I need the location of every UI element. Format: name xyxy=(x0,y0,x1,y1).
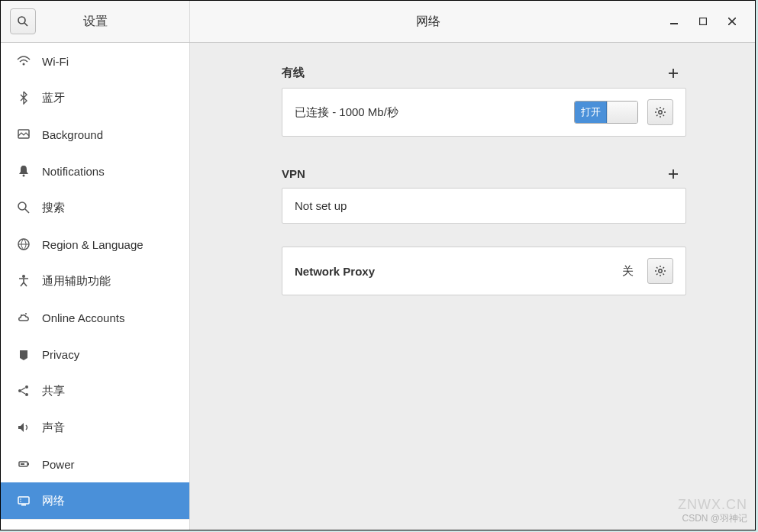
svg-point-25 xyxy=(20,498,21,500)
background-icon xyxy=(16,127,31,142)
sidebar-item-bluetooth[interactable]: 蓝牙 xyxy=(1,79,189,116)
proxy-settings-button[interactable] xyxy=(647,258,673,284)
search-button[interactable] xyxy=(10,8,36,34)
sidebar-item-region[interactable]: Region & Language xyxy=(1,226,189,263)
vpn-panel: Not set up xyxy=(282,188,686,224)
wired-row: 已连接 - 1000 Mb/秒 打开 xyxy=(282,89,685,136)
sidebar-item-label: 蓝牙 xyxy=(42,91,65,105)
sidebar-item-label: Power xyxy=(42,458,75,471)
content-area: 有线 已连接 - 1000 Mb/秒 打开 VP xyxy=(190,43,755,530)
settings-window: 设置 网络 Wi-Fi xyxy=(0,0,756,530)
search-icon xyxy=(16,200,31,215)
wired-settings-button[interactable] xyxy=(647,99,673,125)
svg-point-16 xyxy=(25,385,28,389)
vpn-row: Not set up xyxy=(282,189,685,223)
minimize-icon xyxy=(670,18,678,25)
sidebar-item-label: Online Accounts xyxy=(42,311,124,324)
sidebar-divider xyxy=(1,519,189,520)
svg-point-15 xyxy=(18,389,21,392)
svg-rect-24 xyxy=(21,505,26,506)
accessibility-icon xyxy=(16,273,31,289)
vpn-title: VPN xyxy=(282,167,305,180)
titlebar-left: 设置 xyxy=(1,1,190,42)
close-button[interactable] xyxy=(724,14,740,29)
svg-point-13 xyxy=(21,314,22,316)
settings-title: 设置 xyxy=(36,14,154,30)
gear-icon xyxy=(654,106,666,118)
svg-point-0 xyxy=(18,17,25,24)
svg-point-6 xyxy=(23,63,25,66)
sidebar-item-label: 网络 xyxy=(42,494,65,508)
sidebar-item-notifications[interactable]: Notifications xyxy=(1,153,189,189)
svg-point-9 xyxy=(18,202,26,210)
svg-point-26 xyxy=(20,501,21,502)
sidebar-item-label: Privacy xyxy=(42,348,79,361)
sidebar-item-background[interactable]: Background xyxy=(1,116,189,153)
region-icon xyxy=(16,237,31,252)
plus-icon xyxy=(668,169,679,179)
minimize-button[interactable] xyxy=(666,14,682,29)
vpn-status: Not set up xyxy=(295,199,673,212)
svg-point-12 xyxy=(22,275,25,278)
svg-rect-22 xyxy=(21,463,24,465)
add-wired-button[interactable] xyxy=(668,68,686,79)
sidebar-item-sound[interactable]: 声音 xyxy=(1,409,189,446)
wired-section-head: 有线 xyxy=(282,66,686,80)
svg-point-29 xyxy=(659,111,662,114)
watermark-site: ZNWX.CN xyxy=(678,497,747,513)
sidebar[interactable]: Wi-Fi 蓝牙 Background Notifications 搜索 Reg xyxy=(1,43,190,530)
svg-rect-23 xyxy=(18,497,29,504)
titlebar: 设置 网络 xyxy=(1,1,755,43)
sidebar-item-label: Background xyxy=(42,128,103,141)
sidebar-item-accessibility[interactable]: 通用辅助功能 xyxy=(1,263,189,299)
bell-icon xyxy=(16,163,31,179)
sidebar-item-privacy[interactable]: Privacy xyxy=(1,336,189,372)
privacy-icon xyxy=(16,347,31,362)
sidebar-item-online-accounts[interactable]: Online Accounts xyxy=(1,299,189,336)
wired-status: 已连接 - 1000 Mb/秒 xyxy=(295,105,565,120)
maximize-icon xyxy=(699,18,707,25)
wired-panel: 已连接 - 1000 Mb/秒 打开 xyxy=(282,88,686,137)
window-controls xyxy=(666,14,755,29)
sidebar-item-network[interactable]: 网络 xyxy=(1,482,189,519)
proxy-panel: Network Proxy 关 xyxy=(282,247,686,295)
speaker-icon xyxy=(16,420,31,435)
svg-line-1 xyxy=(24,23,27,26)
proxy-row[interactable]: Network Proxy 关 xyxy=(282,247,685,295)
svg-rect-3 xyxy=(700,18,707,25)
gear-icon xyxy=(654,265,666,277)
wired-title: 有线 xyxy=(282,66,305,80)
power-icon xyxy=(16,456,31,472)
proxy-title: Network Proxy xyxy=(295,265,613,278)
svg-rect-2 xyxy=(670,23,678,24)
toggle-knob xyxy=(607,102,637,123)
svg-line-10 xyxy=(25,209,29,213)
svg-point-17 xyxy=(25,393,28,396)
bluetooth-icon xyxy=(16,90,31,105)
sidebar-item-wifi[interactable]: Wi-Fi xyxy=(1,43,189,79)
sidebar-item-label: Region & Language xyxy=(42,238,144,251)
sidebar-item-share[interactable]: 共享 xyxy=(1,372,189,409)
proxy-status: 关 xyxy=(622,264,634,279)
svg-rect-21 xyxy=(27,463,29,466)
wired-toggle[interactable]: 打开 xyxy=(574,101,638,124)
svg-line-18 xyxy=(21,388,25,390)
sidebar-item-search[interactable]: 搜索 xyxy=(1,189,189,226)
search-icon xyxy=(17,15,29,27)
vpn-section-head: VPN xyxy=(282,167,686,180)
sidebar-item-label: Notifications xyxy=(42,165,105,178)
page-title: 网络 xyxy=(190,14,666,30)
sidebar-item-power[interactable]: Power xyxy=(1,446,189,482)
sidebar-item-label: 通用辅助功能 xyxy=(42,274,111,289)
cloud-icon xyxy=(16,310,31,325)
add-vpn-button[interactable] xyxy=(668,169,686,179)
wifi-icon xyxy=(16,53,31,69)
maximize-button[interactable] xyxy=(695,14,711,29)
titlebar-right: 网络 xyxy=(190,1,755,42)
body: Wi-Fi 蓝牙 Background Notifications 搜索 Reg xyxy=(1,43,755,530)
svg-point-8 xyxy=(23,175,25,177)
watermark-author: CSDN @羽神记 xyxy=(682,512,747,525)
network-icon xyxy=(16,493,31,508)
svg-point-14 xyxy=(25,313,27,314)
share-icon xyxy=(16,383,31,398)
